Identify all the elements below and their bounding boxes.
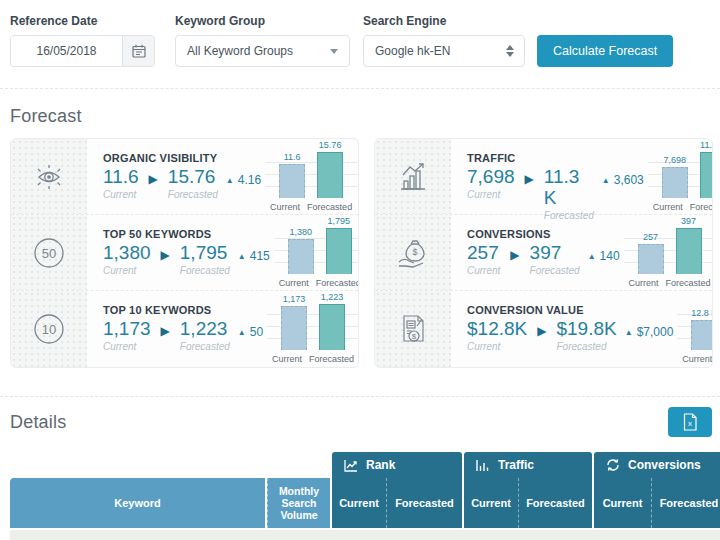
svg-text:x: x	[688, 419, 692, 428]
current-value: 1,173	[103, 319, 151, 340]
current-bar	[638, 244, 664, 274]
top-50-icon: 50	[11, 215, 87, 290]
delta-badge: ▲$7,000	[625, 325, 674, 339]
keyword-group-value: All Keyword Groups	[187, 44, 293, 58]
traffic-current-column-header: Current	[464, 478, 518, 528]
mini-bar-chart: 12.8 K 19.8 K CurrentForecasted	[677, 304, 713, 367]
chevron-down-icon	[330, 49, 338, 54]
card-title: ORGANIC VISIBILITY	[103, 152, 261, 164]
arrow-right-icon: ▶	[161, 324, 170, 338]
arrow-up-icon: ▲	[238, 328, 246, 337]
card-top-50-keywords: 50 TOP 50 KEYWORDS 1,380 Current ▶ 1,795…	[11, 215, 358, 291]
top-10-icon: 10	[11, 291, 87, 367]
search-engine-select[interactable]: Google hk-EN	[363, 35, 525, 67]
forecasted-bar	[319, 304, 345, 350]
delta-badge: ▲140	[588, 249, 620, 263]
svg-text:$: $	[412, 332, 417, 341]
delta-badge: ▲50	[238, 325, 263, 339]
reference-date-label: Reference Date	[10, 14, 155, 28]
forecasted-value: $19.8K	[556, 319, 616, 340]
forecasted-bar	[700, 152, 713, 198]
eye-icon	[11, 139, 87, 214]
forecasted-value: 1,223	[180, 319, 230, 340]
export-excel-button[interactable]: x	[668, 407, 712, 437]
current-bar	[662, 167, 688, 198]
mini-bar-chart: 7,698 11.3 K CurrentForecasted	[648, 152, 713, 214]
rank-group-header: Rank	[332, 452, 462, 478]
delta-badge: ▲3,603	[602, 173, 644, 187]
calculate-forecast-button[interactable]: Calculate Forecast	[537, 35, 673, 67]
forecasted-bar	[317, 152, 343, 198]
excel-file-icon: x	[682, 413, 698, 431]
current-value: 1,380	[103, 243, 151, 264]
card-title: CONVERSION VALUE	[467, 304, 673, 316]
arrow-right-icon: ▶	[537, 324, 546, 338]
forecast-cards: ORGANIC VISIBILITY 11.6 Current ▶ 15.76 …	[0, 127, 720, 368]
forecasted-label: Forecasted	[556, 341, 616, 352]
svg-text:10: 10	[42, 322, 56, 337]
card-traffic: TRAFFIC 7,698 Current ▶ 11.3 K Forecaste…	[375, 139, 712, 215]
card-top-10-keywords: 10 TOP 10 KEYWORDS 1,173 Current ▶ 1,223…	[11, 291, 358, 367]
conversions-group-header: Conversions	[594, 452, 720, 478]
forecasted-bar	[326, 228, 352, 274]
forecast-heading: Forecast	[0, 89, 720, 127]
forecasted-value: 397	[530, 243, 580, 264]
bar-chart-icon	[476, 459, 490, 472]
current-bar	[281, 306, 307, 350]
rank-current-column-header: Current	[332, 478, 386, 528]
monthly-search-volume-column-header: Monthly Search Volume	[267, 478, 330, 528]
card-title: TOP 50 KEYWORDS	[103, 228, 270, 240]
seo-forecast-dashboard: Reference Date Keyword Group All Keyword…	[0, 0, 720, 540]
arrow-up-icon: ▲	[238, 252, 246, 261]
delta-badge: ▲4.16	[226, 173, 261, 187]
card-organic-visibility: ORGANIC VISIBILITY 11.6 Current ▶ 15.76 …	[11, 139, 358, 215]
arrow-up-icon: ▲	[602, 176, 610, 185]
mini-bar-chart: 1,380 1,795 CurrentForecasted	[274, 228, 359, 290]
keyword-group-label: Keyword Group	[175, 14, 350, 28]
keyword-column-header: Keyword	[10, 478, 265, 528]
svg-text:50: 50	[42, 246, 56, 261]
current-value: $12.8K	[467, 319, 527, 340]
search-engine-value: Google hk-EN	[375, 44, 450, 58]
current-value: 11.6	[103, 167, 139, 188]
calendar-button[interactable]	[122, 36, 154, 66]
mini-bar-chart: 11.6 15.76 CurrentForecasted	[265, 152, 357, 214]
current-label: Current	[103, 341, 151, 352]
current-value: 257	[467, 243, 500, 264]
forecasted-value: 11.3 K	[544, 167, 594, 209]
traffic-forecasted-column-header: Forecasted	[518, 478, 592, 528]
current-value: 7,698	[467, 167, 515, 188]
traffic-group-header: Traffic	[464, 452, 592, 478]
current-bar	[279, 164, 305, 198]
rank-forecasted-column-header: Forecasted	[386, 478, 462, 528]
keyword-group-select[interactable]: All Keyword Groups	[175, 35, 350, 67]
current-label: Current	[467, 189, 515, 200]
money-bag-hand-icon: $	[375, 215, 451, 290]
current-label: Current	[103, 189, 139, 200]
current-bar	[288, 239, 314, 274]
forecasted-label: Forecasted	[168, 189, 218, 200]
line-chart-icon	[344, 459, 358, 472]
reference-date-input[interactable]	[10, 35, 155, 67]
mini-bar-chart: 1,173 1,223 CurrentForecasted	[267, 304, 359, 367]
conversions-current-column-header: Current	[594, 478, 651, 528]
card-conversions: $ CONVERSIONS 257 Current ▶ 397	[375, 215, 712, 291]
arrow-up-icon: ▲	[226, 176, 234, 185]
details-table: Rank Traffic Conversions Keyword Monthly…	[0, 452, 720, 540]
forecasted-value: 15.76	[168, 167, 218, 188]
arrow-up-icon: ▲	[588, 252, 596, 261]
up-down-arrows-icon	[506, 45, 514, 57]
forecasted-label: Forecasted	[180, 341, 230, 352]
card-title: TOP 10 KEYWORDS	[103, 304, 263, 316]
card-title: TRAFFIC	[467, 152, 644, 164]
calendar-icon	[132, 44, 146, 58]
filter-bar: Reference Date Keyword Group All Keyword…	[0, 0, 720, 67]
forecasted-label: Forecasted	[180, 265, 230, 276]
forecasted-bar	[676, 228, 702, 274]
current-bar	[691, 320, 713, 350]
reference-date-value[interactable]	[11, 36, 122, 66]
forecast-panel-left: ORGANIC VISIBILITY 11.6 Current ▶ 15.76 …	[10, 138, 359, 368]
conversion-value-icon: $	[375, 291, 451, 367]
forecasted-value: 1,795	[180, 243, 230, 264]
current-label: Current	[467, 265, 500, 276]
